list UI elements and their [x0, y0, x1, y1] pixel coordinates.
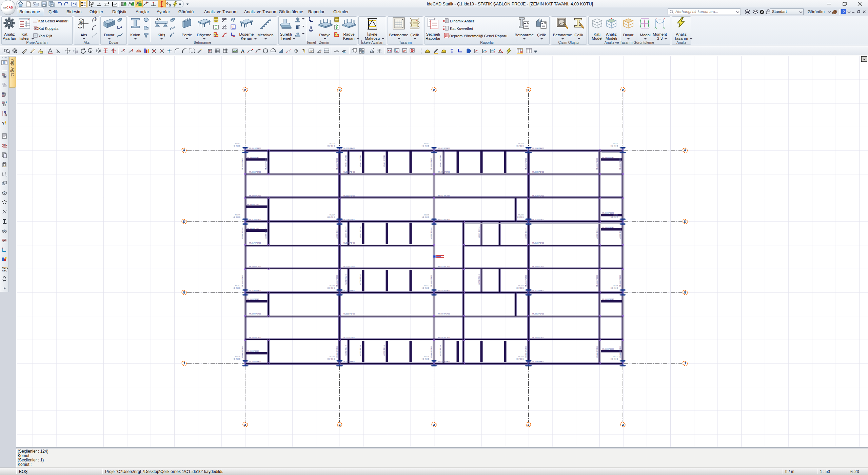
svg-text:HE 450 B: HE 450 B	[611, 145, 618, 147]
svg-text:ML066 IPE400: ML066 IPE400	[241, 346, 243, 358]
svg-text:ML007 IPE400: ML007 IPE400	[438, 171, 450, 173]
svg-text:ML066 IPE400: ML066 IPE400	[430, 158, 432, 170]
svg-text:ML019: ML019	[518, 356, 524, 358]
svg-text:2: 2	[528, 423, 529, 426]
svg-text:2: 2	[433, 423, 435, 426]
svg-text:ML061 IPE240: ML061 IPE240	[345, 274, 347, 285]
svg-text:ML021 IPE400: ML021 IPE400	[343, 266, 355, 268]
svg-text:ML032 IPE400: ML032 IPE400	[249, 337, 261, 339]
svg-text:ML005: ML005	[613, 142, 618, 145]
svg-text:HE 450 B: HE 450 B	[611, 287, 618, 289]
svg-text:ML038 IPE400: ML038 IPE400	[438, 360, 450, 362]
svg-text:2: 2	[339, 423, 340, 426]
svg-text:ML017: ML017	[330, 356, 335, 358]
svg-text:ABC: ABC	[2, 269, 7, 272]
svg-text:HE 450 B: HE 450 B	[233, 287, 241, 289]
svg-text:ML006: ML006	[235, 214, 240, 216]
svg-text:2: 2	[339, 88, 340, 92]
svg-text:ML008 IPE240: ML008 IPE240	[247, 350, 259, 352]
svg-text:ML066 IPE400: ML066 IPE400	[596, 158, 598, 170]
svg-text:ML008 IPE240: ML008 IPE240	[602, 298, 614, 300]
svg-text:ML014 IPE400: ML014 IPE400	[343, 218, 355, 221]
svg-text:ML008: ML008	[424, 214, 429, 216]
svg-text:2: 2	[244, 88, 246, 92]
svg-text:HE 450 B: HE 450 B	[516, 145, 524, 147]
svg-text:A: A	[80, 19, 82, 23]
svg-text:A: A	[684, 148, 686, 152]
svg-text:HE 450 B: HE 450 B	[327, 216, 335, 218]
svg-text:ML066 IPE400: ML066 IPE400	[265, 228, 267, 239]
svg-text:HE 450 B: HE 450 B	[516, 287, 524, 289]
svg-text:ML013 IPE400: ML013 IPE400	[249, 218, 261, 221]
svg-text:ML016 IPE400: ML016 IPE400	[532, 218, 544, 221]
svg-text:HE 450 B: HE 450 B	[516, 358, 524, 360]
svg-text:A: A	[241, 48, 244, 54]
svg-text:2: 2	[244, 423, 246, 426]
svg-text:Z: Z	[396, 49, 398, 52]
svg-text:HE 450 B: HE 450 B	[422, 216, 430, 218]
svg-text:G: G	[684, 290, 686, 294]
svg-text:G: G	[183, 290, 185, 294]
svg-text:?: ?	[2, 121, 4, 126]
svg-text:ML008 IPE400: ML008 IPE400	[532, 171, 544, 173]
svg-text:HE 450 B: HE 450 B	[327, 145, 335, 147]
svg-text:ML006 IPE400: ML006 IPE400	[343, 171, 355, 173]
svg-text:ML061 IPE240: ML061 IPE240	[359, 155, 361, 167]
svg-text:ML022 IPE400: ML022 IPE400	[438, 266, 450, 268]
svg-text:ML014: ML014	[518, 285, 524, 287]
svg-text:ML066 IPE400: ML066 IPE400	[619, 346, 621, 358]
svg-text:ML023 IPE400: ML023 IPE400	[532, 266, 544, 268]
svg-text:ML012 IPE400: ML012 IPE400	[532, 195, 544, 197]
svg-text:ML061 IPE240: ML061 IPE240	[345, 226, 347, 238]
svg-text:ML015 IPE400: ML015 IPE400	[438, 218, 450, 221]
svg-text:+2: +2	[294, 50, 298, 53]
svg-text:ML024 IPE400: ML024 IPE400	[249, 289, 261, 291]
svg-text:S: S	[169, 4, 171, 7]
svg-text:ML004 IPE400: ML004 IPE400	[532, 147, 544, 149]
svg-text:ML066 IPE400: ML066 IPE400	[619, 228, 621, 239]
svg-text:ML004: ML004	[518, 142, 524, 145]
svg-text:ML018: ML018	[424, 356, 429, 358]
svg-text:P: P	[486, 51, 487, 53]
svg-text:ML008 IPE240: ML008 IPE240	[247, 156, 259, 158]
svg-text:ML061 IPE240: ML061 IPE240	[383, 345, 385, 356]
svg-text:ML066 IPE400: ML066 IPE400	[241, 228, 243, 239]
svg-text:ML066 IPE400: ML066 IPE400	[525, 275, 527, 287]
svg-text:ML001 IPE400: ML001 IPE400	[249, 147, 261, 149]
svg-text:HE 450 B: HE 450 B	[422, 287, 430, 289]
svg-text:mm²: mm²	[324, 49, 329, 52]
svg-text:AUTO: AUTO	[2, 267, 8, 269]
svg-text:ML001: ML001	[235, 142, 240, 145]
svg-text:ML003 IPE400: ML003 IPE400	[438, 147, 450, 149]
svg-text:ML011: ML011	[235, 285, 241, 287]
svg-text:2: 2	[494, 51, 495, 53]
svg-text:ML061 IPE240: ML061 IPE240	[478, 226, 480, 238]
svg-text:HE 450 B: HE 450 B	[233, 145, 241, 147]
svg-text:ML066 IPE400: ML066 IPE400	[241, 275, 243, 287]
svg-text:ML066 IPE400: ML066 IPE400	[241, 158, 243, 170]
svg-text:HE 450 B: HE 450 B	[327, 358, 335, 360]
svg-text:2: 2	[433, 88, 435, 92]
svg-text:ML015: ML015	[613, 285, 618, 287]
svg-text:ML008 IPE240: ML008 IPE240	[602, 156, 614, 158]
svg-text:ML066 IPE400: ML066 IPE400	[336, 228, 338, 239]
svg-text:ML030 IPE400: ML030 IPE400	[438, 313, 450, 315]
svg-text:ML034 IPE400: ML034 IPE400	[438, 337, 450, 339]
svg-text:ML008 IPE240: ML008 IPE240	[247, 298, 259, 300]
svg-text:?: ?	[302, 49, 304, 53]
svg-text:ML066 IPE400: ML066 IPE400	[265, 158, 267, 170]
svg-text:HE 450 B: HE 450 B	[611, 358, 618, 360]
svg-text:HE 450 B: HE 450 B	[422, 358, 430, 360]
svg-text:HE 450 B: HE 450 B	[327, 287, 335, 289]
svg-text:D: D	[183, 220, 185, 223]
svg-text:A: A	[166, 1, 169, 5]
svg-text:A: A	[95, 18, 96, 20]
svg-text:ML005 IPE400: ML005 IPE400	[249, 171, 261, 173]
svg-text:ML013: ML013	[424, 285, 429, 287]
svg-text:2: 2	[528, 88, 529, 92]
svg-text:ML008 IPE240: ML008 IPE240	[602, 348, 614, 350]
svg-text:3P: 3P	[403, 49, 406, 52]
svg-text:ML061 IPE240: ML061 IPE240	[345, 345, 347, 356]
svg-text:ML029 IPE400: ML029 IPE400	[343, 313, 355, 315]
svg-text:ML019 IPE400: ML019 IPE400	[532, 242, 544, 244]
